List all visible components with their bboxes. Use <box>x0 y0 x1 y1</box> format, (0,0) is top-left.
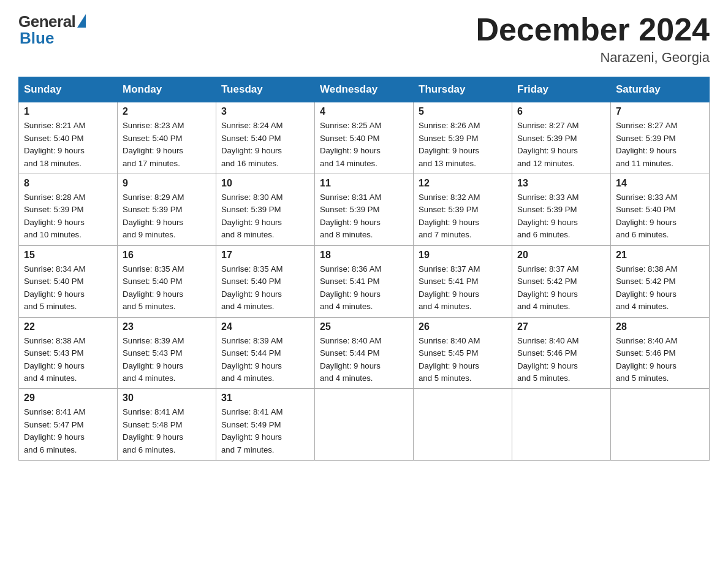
day-info: Sunrise: 8:32 AM Sunset: 5:39 PM Dayligh… <box>419 191 507 242</box>
table-row: 18Sunrise: 8:36 AM Sunset: 5:41 PM Dayli… <box>315 245 414 317</box>
day-number: 2 <box>123 106 211 117</box>
day-number: 21 <box>616 250 704 261</box>
day-number: 11 <box>320 178 408 189</box>
table-row: 16Sunrise: 8:35 AM Sunset: 5:40 PM Dayli… <box>118 245 216 317</box>
calendar-week-row: 8Sunrise: 8:28 AM Sunset: 5:39 PM Daylig… <box>19 174 710 246</box>
day-info: Sunrise: 8:39 AM Sunset: 5:43 PM Dayligh… <box>123 335 211 385</box>
header-sunday: Sunday <box>19 77 118 102</box>
day-info: Sunrise: 8:30 AM Sunset: 5:39 PM Dayligh… <box>221 191 309 242</box>
day-number: 12 <box>419 178 507 189</box>
logo: General Blue <box>18 12 86 48</box>
day-info: Sunrise: 8:27 AM Sunset: 5:39 PM Dayligh… <box>616 120 704 170</box>
day-info: Sunrise: 8:39 AM Sunset: 5:44 PM Dayligh… <box>221 335 309 385</box>
day-info: Sunrise: 8:38 AM Sunset: 5:43 PM Dayligh… <box>24 335 112 385</box>
day-info: Sunrise: 8:40 AM Sunset: 5:46 PM Dayligh… <box>517 335 605 385</box>
table-row: 11Sunrise: 8:31 AM Sunset: 5:39 PM Dayli… <box>315 174 414 246</box>
day-number: 26 <box>419 321 507 332</box>
day-info: Sunrise: 8:36 AM Sunset: 5:41 PM Dayligh… <box>320 263 408 313</box>
day-info: Sunrise: 8:40 AM Sunset: 5:46 PM Dayligh… <box>616 335 704 385</box>
table-row: 9Sunrise: 8:29 AM Sunset: 5:39 PM Daylig… <box>118 174 216 246</box>
day-number: 23 <box>123 321 211 332</box>
table-row: 3Sunrise: 8:24 AM Sunset: 5:40 PM Daylig… <box>216 102 315 174</box>
table-row: 20Sunrise: 8:37 AM Sunset: 5:42 PM Dayli… <box>512 245 611 317</box>
calendar-table: Sunday Monday Tuesday Wednesday Thursday… <box>18 77 710 461</box>
header-thursday: Thursday <box>414 77 512 102</box>
table-row <box>512 389 611 461</box>
header-monday: Monday <box>118 77 216 102</box>
day-number: 8 <box>24 178 112 189</box>
logo-blue-text: Blue <box>18 29 54 48</box>
table-row: 7Sunrise: 8:27 AM Sunset: 5:39 PM Daylig… <box>611 102 710 174</box>
day-number: 18 <box>320 250 408 261</box>
day-info: Sunrise: 8:35 AM Sunset: 5:40 PM Dayligh… <box>221 263 309 313</box>
day-info: Sunrise: 8:33 AM Sunset: 5:39 PM Dayligh… <box>517 191 605 242</box>
calendar-week-row: 29Sunrise: 8:41 AM Sunset: 5:47 PM Dayli… <box>19 389 710 461</box>
header-tuesday: Tuesday <box>216 77 315 102</box>
table-row: 10Sunrise: 8:30 AM Sunset: 5:39 PM Dayli… <box>216 174 315 246</box>
table-row: 17Sunrise: 8:35 AM Sunset: 5:40 PM Dayli… <box>216 245 315 317</box>
table-row: 13Sunrise: 8:33 AM Sunset: 5:39 PM Dayli… <box>512 174 611 246</box>
calendar-week-row: 1Sunrise: 8:21 AM Sunset: 5:40 PM Daylig… <box>19 102 710 174</box>
day-number: 14 <box>616 178 704 189</box>
table-row: 29Sunrise: 8:41 AM Sunset: 5:47 PM Dayli… <box>19 389 118 461</box>
table-row: 15Sunrise: 8:34 AM Sunset: 5:40 PM Dayli… <box>19 245 118 317</box>
day-number: 24 <box>221 321 309 332</box>
table-row: 1Sunrise: 8:21 AM Sunset: 5:40 PM Daylig… <box>19 102 118 174</box>
day-info: Sunrise: 8:37 AM Sunset: 5:42 PM Dayligh… <box>517 263 605 313</box>
day-info: Sunrise: 8:25 AM Sunset: 5:40 PM Dayligh… <box>320 120 408 170</box>
day-info: Sunrise: 8:40 AM Sunset: 5:45 PM Dayligh… <box>419 335 507 385</box>
day-number: 20 <box>517 250 605 261</box>
table-row: 27Sunrise: 8:40 AM Sunset: 5:46 PM Dayli… <box>512 317 611 389</box>
page-header: General Blue December 2024 Narazeni, Geo… <box>18 12 710 66</box>
table-row: 21Sunrise: 8:38 AM Sunset: 5:42 PM Dayli… <box>611 245 710 317</box>
table-row: 26Sunrise: 8:40 AM Sunset: 5:45 PM Dayli… <box>414 317 512 389</box>
day-number: 16 <box>123 250 211 261</box>
table-row: 22Sunrise: 8:38 AM Sunset: 5:43 PM Dayli… <box>19 317 118 389</box>
day-info: Sunrise: 8:41 AM Sunset: 5:47 PM Dayligh… <box>24 406 112 456</box>
day-number: 22 <box>24 321 112 332</box>
table-row: 14Sunrise: 8:33 AM Sunset: 5:40 PM Dayli… <box>611 174 710 246</box>
day-info: Sunrise: 8:35 AM Sunset: 5:40 PM Dayligh… <box>123 263 211 313</box>
day-number: 6 <box>517 106 605 117</box>
logo-triangle-icon <box>77 14 86 28</box>
day-number: 10 <box>221 178 309 189</box>
day-info: Sunrise: 8:41 AM Sunset: 5:49 PM Dayligh… <box>221 406 309 456</box>
table-row: 8Sunrise: 8:28 AM Sunset: 5:39 PM Daylig… <box>19 174 118 246</box>
table-row: 28Sunrise: 8:40 AM Sunset: 5:46 PM Dayli… <box>611 317 710 389</box>
day-number: 28 <box>616 321 704 332</box>
day-info: Sunrise: 8:41 AM Sunset: 5:48 PM Dayligh… <box>123 406 211 456</box>
day-number: 1 <box>24 106 112 117</box>
table-row <box>414 389 512 461</box>
calendar-week-row: 15Sunrise: 8:34 AM Sunset: 5:40 PM Dayli… <box>19 245 710 317</box>
day-number: 19 <box>419 250 507 261</box>
header-friday: Friday <box>512 77 611 102</box>
day-info: Sunrise: 8:21 AM Sunset: 5:40 PM Dayligh… <box>24 120 112 170</box>
day-number: 30 <box>123 393 211 404</box>
table-row <box>611 389 710 461</box>
table-row <box>315 389 414 461</box>
day-info: Sunrise: 8:23 AM Sunset: 5:40 PM Dayligh… <box>123 120 211 170</box>
month-title: December 2024 <box>476 12 710 47</box>
day-info: Sunrise: 8:28 AM Sunset: 5:39 PM Dayligh… <box>24 191 112 242</box>
day-info: Sunrise: 8:33 AM Sunset: 5:40 PM Dayligh… <box>616 191 704 242</box>
day-number: 31 <box>221 393 309 404</box>
table-row: 6Sunrise: 8:27 AM Sunset: 5:39 PM Daylig… <box>512 102 611 174</box>
day-number: 7 <box>616 106 704 117</box>
table-row: 25Sunrise: 8:40 AM Sunset: 5:44 PM Dayli… <box>315 317 414 389</box>
header-wednesday: Wednesday <box>315 77 414 102</box>
title-area: December 2024 Narazeni, Georgia <box>476 12 710 66</box>
table-row: 19Sunrise: 8:37 AM Sunset: 5:41 PM Dayli… <box>414 245 512 317</box>
table-row: 23Sunrise: 8:39 AM Sunset: 5:43 PM Dayli… <box>118 317 216 389</box>
day-number: 25 <box>320 321 408 332</box>
table-row: 5Sunrise: 8:26 AM Sunset: 5:39 PM Daylig… <box>414 102 512 174</box>
day-info: Sunrise: 8:34 AM Sunset: 5:40 PM Dayligh… <box>24 263 112 313</box>
day-number: 4 <box>320 106 408 117</box>
day-number: 9 <box>123 178 211 189</box>
table-row: 2Sunrise: 8:23 AM Sunset: 5:40 PM Daylig… <box>118 102 216 174</box>
day-info: Sunrise: 8:26 AM Sunset: 5:39 PM Dayligh… <box>419 120 507 170</box>
day-number: 5 <box>419 106 507 117</box>
table-row: 12Sunrise: 8:32 AM Sunset: 5:39 PM Dayli… <box>414 174 512 246</box>
day-info: Sunrise: 8:24 AM Sunset: 5:40 PM Dayligh… <box>221 120 309 170</box>
table-row: 30Sunrise: 8:41 AM Sunset: 5:48 PM Dayli… <box>118 389 216 461</box>
day-number: 27 <box>517 321 605 332</box>
